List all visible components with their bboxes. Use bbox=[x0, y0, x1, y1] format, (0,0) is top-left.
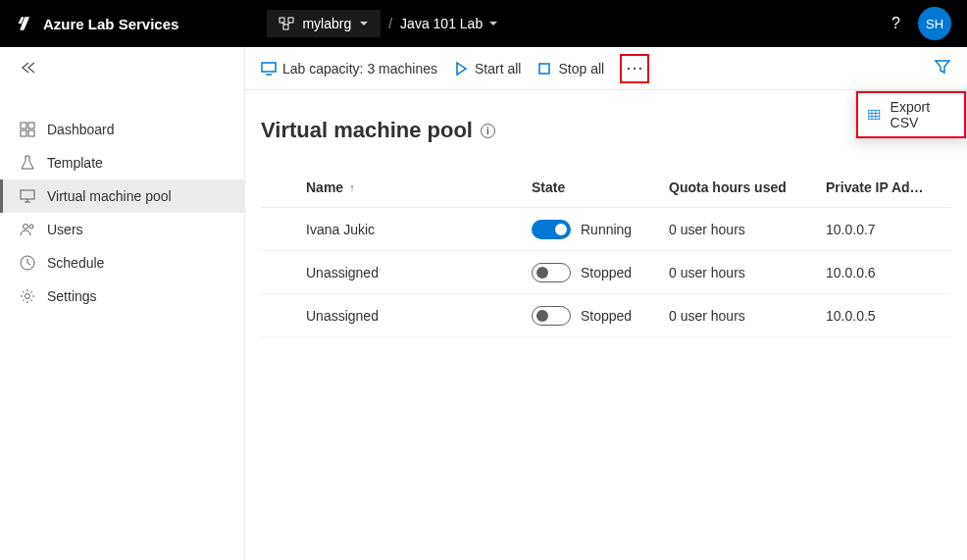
top-bar: Azure Lab Services mylabrg / Java 101 La… bbox=[0, 0, 967, 47]
cell-quota: 0 user hours bbox=[669, 265, 826, 280]
sidebar-item-label: Dashboard bbox=[47, 122, 115, 137]
settings-icon bbox=[20, 288, 35, 304]
page-title: Virtual machine pool i bbox=[261, 118, 951, 143]
sidebar-item-template[interactable]: Template bbox=[0, 146, 244, 179]
lab-capacity-button[interactable]: Lab capacity: 3 machines bbox=[261, 61, 437, 76]
svg-rect-6 bbox=[28, 123, 34, 128]
state-toggle[interactable] bbox=[532, 263, 571, 282]
svg-point-13 bbox=[29, 225, 33, 229]
collapse-sidebar-button[interactable] bbox=[0, 53, 244, 89]
sidebar-item-vm-pool[interactable]: Virtual machine pool bbox=[0, 179, 244, 213]
chevron-down-icon bbox=[488, 19, 498, 28]
monitor-icon bbox=[261, 61, 277, 76]
start-all-button[interactable]: Start all bbox=[453, 61, 521, 76]
ellipsis-icon bbox=[627, 67, 642, 71]
svg-rect-18 bbox=[539, 64, 549, 74]
svg-point-12 bbox=[24, 225, 28, 229]
cell-state: Stopped bbox=[532, 263, 669, 282]
state-label: Stopped bbox=[581, 308, 632, 324]
sidebar-item-users[interactable]: Users bbox=[0, 213, 244, 246]
svg-rect-22 bbox=[869, 110, 880, 119]
sidebar-item-label: Template bbox=[47, 155, 103, 171]
state-label: Stopped bbox=[581, 265, 632, 280]
breadcrumb-sep: / bbox=[388, 16, 392, 31]
svg-rect-7 bbox=[21, 130, 26, 136]
topbar-actions: ? SH bbox=[891, 7, 951, 40]
chevron-down-icon bbox=[359, 19, 369, 28]
stop-icon bbox=[536, 61, 552, 76]
resource-group-selector[interactable]: mylabrg bbox=[267, 10, 381, 37]
col-header-name[interactable]: Name ↑ bbox=[277, 179, 532, 195]
table-row[interactable]: UnassignedStopped0 user hours10.0.0.6 bbox=[261, 251, 951, 294]
more-dropdown: Export CSV bbox=[855, 90, 967, 139]
svg-rect-16 bbox=[262, 63, 276, 72]
svg-point-19 bbox=[628, 67, 631, 70]
table-row[interactable]: UnassignedStopped0 user hours10.0.0.5 bbox=[261, 294, 951, 337]
schedule-icon bbox=[20, 255, 35, 271]
svg-rect-8 bbox=[28, 130, 34, 136]
sidebar-item-dashboard[interactable]: Dashboard bbox=[0, 113, 244, 146]
cell-ip: 10.0.0.6 bbox=[826, 265, 936, 280]
info-icon[interactable]: i bbox=[481, 124, 495, 138]
filter-icon bbox=[934, 58, 951, 76]
table-header: Name ↑ State Quota hours used Private IP… bbox=[261, 167, 951, 208]
vm-table: Name ↑ State Quota hours used Private IP… bbox=[261, 167, 951, 337]
sidebar-item-label: Settings bbox=[47, 288, 97, 304]
sort-asc-icon: ↑ bbox=[349, 181, 355, 193]
brand: Azure Lab Services bbox=[16, 14, 178, 33]
svg-point-15 bbox=[25, 294, 30, 299]
svg-rect-9 bbox=[21, 190, 34, 199]
avatar[interactable]: SH bbox=[918, 7, 951, 40]
breadcrumb: mylabrg / Java 101 Lab bbox=[267, 10, 498, 37]
sidebar-item-schedule[interactable]: Schedule bbox=[0, 246, 244, 280]
toolbar: Lab capacity: 3 machines Start all Stop … bbox=[245, 47, 967, 90]
col-header-state[interactable]: State bbox=[532, 179, 669, 195]
sidebar-item-label: Virtual machine pool bbox=[47, 188, 172, 204]
export-csv-label: Export CSV bbox=[891, 99, 946, 130]
resource-group-icon bbox=[279, 16, 294, 31]
svg-rect-2 bbox=[283, 25, 288, 29]
svg-point-21 bbox=[639, 67, 642, 70]
main: Lab capacity: 3 machines Start all Stop … bbox=[245, 47, 967, 560]
state-toggle[interactable] bbox=[532, 220, 571, 239]
cell-state: Stopped bbox=[532, 306, 669, 326]
cell-name: Ivana Jukic bbox=[277, 222, 532, 237]
cell-state: Running bbox=[532, 220, 669, 239]
svg-rect-5 bbox=[21, 123, 26, 128]
sidebar-item-label: Schedule bbox=[47, 255, 104, 271]
svg-rect-1 bbox=[288, 18, 293, 23]
svg-point-20 bbox=[634, 67, 636, 70]
start-all-label: Start all bbox=[475, 61, 521, 76]
dashboard-icon bbox=[20, 122, 35, 137]
col-header-ip[interactable]: Private IP Ad… bbox=[826, 179, 936, 195]
state-toggle[interactable] bbox=[532, 306, 571, 326]
capacity-label: Lab capacity: 3 machines bbox=[282, 61, 437, 76]
lab-selector[interactable]: Java 101 Lab bbox=[400, 16, 498, 31]
sidebar-item-label: Users bbox=[47, 222, 83, 237]
vm-pool-icon bbox=[20, 188, 35, 204]
collapse-icon bbox=[20, 61, 37, 75]
help-icon[interactable]: ? bbox=[891, 15, 900, 32]
sidebar-item-settings[interactable]: Settings bbox=[0, 280, 244, 313]
cell-name: Unassigned bbox=[277, 308, 532, 324]
more-button[interactable] bbox=[620, 54, 649, 83]
users-icon bbox=[20, 222, 35, 237]
cell-quota: 0 user hours bbox=[669, 222, 826, 237]
play-icon bbox=[453, 61, 469, 76]
export-csv-button[interactable]: Export CSV bbox=[856, 91, 966, 138]
rg-name: mylabrg bbox=[302, 16, 351, 31]
filter-button[interactable] bbox=[934, 58, 951, 78]
sidebar: Dashboard Template Virtual machine pool … bbox=[0, 47, 245, 560]
cell-ip: 10.0.0.7 bbox=[826, 222, 936, 237]
template-icon bbox=[20, 155, 35, 171]
logo-icon bbox=[16, 14, 35, 33]
cell-quota: 0 user hours bbox=[669, 308, 826, 324]
cell-ip: 10.0.0.5 bbox=[826, 308, 936, 324]
col-header-quota[interactable]: Quota hours used bbox=[669, 179, 826, 195]
cell-name: Unassigned bbox=[277, 265, 532, 280]
lab-name: Java 101 Lab bbox=[400, 16, 483, 31]
stop-all-button[interactable]: Stop all bbox=[536, 61, 604, 76]
table-row[interactable]: Ivana JukicRunning0 user hours10.0.0.7 bbox=[261, 208, 951, 251]
table-icon bbox=[868, 107, 881, 123]
stop-all-label: Stop all bbox=[558, 61, 604, 76]
